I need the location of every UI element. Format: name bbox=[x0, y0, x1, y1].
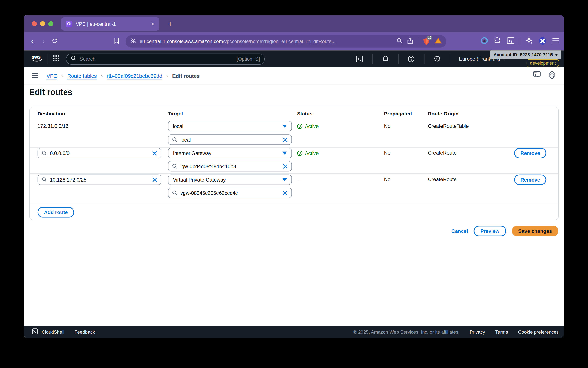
sidebar-search-icon[interactable] bbox=[507, 37, 515, 46]
zoom-out-icon[interactable] bbox=[396, 37, 403, 45]
search-placeholder: Search bbox=[79, 56, 237, 62]
clear-icon bbox=[283, 137, 288, 142]
aws-search-input[interactable]: Search [Option+S] bbox=[66, 53, 265, 65]
breadcrumb-separator: › bbox=[61, 73, 63, 79]
destination-input[interactable] bbox=[38, 148, 161, 158]
breadcrumb-vpc[interactable]: VPC bbox=[46, 73, 57, 79]
site-permissions-icon[interactable] bbox=[130, 38, 136, 45]
ai-sparkle-icon[interactable] bbox=[525, 37, 533, 46]
search-icon bbox=[172, 190, 177, 195]
aws-console-header: aws Search [Option+S] bbox=[24, 50, 564, 67]
search-icon bbox=[172, 164, 177, 169]
route-status: Active bbox=[297, 148, 319, 158]
row-divider bbox=[30, 173, 559, 174]
notifications-bell-icon[interactable] bbox=[382, 55, 389, 63]
extensions-puzzle-icon[interactable] bbox=[493, 37, 501, 46]
row-divider bbox=[30, 147, 559, 147]
cloudshell-icon[interactable] bbox=[32, 328, 38, 335]
header-divider bbox=[48, 54, 48, 64]
profile-avatar-icon[interactable] bbox=[539, 37, 547, 46]
browser-window: VPC | eu-central-1 ✕ + ‹ › eu-central-1.… bbox=[24, 15, 564, 338]
clear-icon bbox=[283, 164, 288, 169]
toolbar-divider bbox=[418, 38, 418, 45]
footer-feedback[interactable]: Feedback bbox=[75, 329, 95, 334]
breadcrumb-separator: › bbox=[166, 73, 168, 79]
search-shortcut: [Option+S] bbox=[237, 56, 260, 62]
password-manager-icon[interactable] bbox=[480, 37, 488, 46]
propagated-value: No bbox=[384, 148, 390, 158]
save-changes-button[interactable]: Save changes bbox=[512, 226, 558, 236]
header-divider bbox=[450, 54, 450, 64]
remove-route-button[interactable]: Remove bbox=[514, 175, 546, 185]
caret-down-icon bbox=[555, 54, 558, 56]
share-icon[interactable] bbox=[407, 37, 413, 46]
remove-route-button[interactable]: Remove bbox=[514, 148, 546, 158]
clear-icon bbox=[283, 190, 288, 195]
services-grid-icon[interactable] bbox=[53, 55, 60, 63]
col-header-target: Target bbox=[168, 111, 183, 116]
adblock-extension-icon[interactable]: 16 bbox=[423, 38, 430, 45]
footer-cookie-preferences[interactable]: Cookie preferences bbox=[518, 329, 559, 334]
screen: VPC | eu-central-1 ✕ + ‹ › eu-central-1.… bbox=[0, 0, 588, 368]
back-icon[interactable]: ‹ bbox=[27, 37, 38, 46]
zoom-window-button[interactable] bbox=[48, 21, 53, 26]
preview-button[interactable]: Preview bbox=[474, 226, 506, 236]
target-select[interactable]: local bbox=[168, 121, 292, 131]
aws-logo[interactable]: aws bbox=[31, 54, 44, 64]
extension-badge: 16 bbox=[427, 36, 432, 40]
menu-hamburger-icon[interactable] bbox=[552, 38, 559, 45]
target-search-input[interactable] bbox=[168, 161, 292, 171]
settings-gear-icon[interactable] bbox=[434, 55, 441, 63]
tab-bar: VPC | eu-central-1 ✕ + bbox=[24, 15, 564, 32]
col-header-propagated: Propagated bbox=[384, 111, 412, 116]
header-divider bbox=[398, 54, 399, 64]
col-header-route-origin: Route Origin bbox=[428, 111, 459, 116]
close-window-button[interactable] bbox=[32, 21, 37, 26]
breadcrumb-route-table-id[interactable]: rtb-00af09c21bebc69dd bbox=[107, 73, 162, 79]
minimize-window-button[interactable] bbox=[40, 21, 45, 26]
footer-privacy[interactable]: Privacy bbox=[470, 329, 485, 334]
amazon-q-icon[interactable] bbox=[548, 71, 556, 80]
browser-tab[interactable]: VPC | eu-central-1 ✕ bbox=[61, 17, 159, 31]
environment-badge: development bbox=[527, 59, 559, 67]
breadcrumb-route-tables[interactable]: Route tables bbox=[67, 73, 97, 79]
target-select[interactable]: Virtual Private Gateway bbox=[168, 175, 292, 185]
col-header-destination: Destination bbox=[38, 111, 65, 116]
search-icon bbox=[42, 177, 47, 182]
route-origin-value: CreateRoute bbox=[428, 175, 457, 185]
breadcrumb-bar: VPC › Route tables › rtb-00af09c21bebc69… bbox=[24, 67, 564, 85]
breadcrumb-current: Edit routes bbox=[172, 73, 200, 79]
target-search-input[interactable] bbox=[168, 187, 292, 198]
reload-icon[interactable] bbox=[49, 37, 60, 46]
help-icon[interactable] bbox=[407, 55, 415, 63]
tab-title: VPC | eu-central-1 bbox=[76, 21, 151, 27]
bookmarks-icon[interactable] bbox=[114, 37, 120, 46]
search-icon bbox=[42, 150, 47, 156]
add-route-button[interactable]: Add route bbox=[38, 207, 74, 218]
breadcrumb-separator: › bbox=[101, 73, 103, 79]
cloudshell-icon[interactable] bbox=[356, 55, 363, 63]
url-text[interactable]: eu-central-1.console.aws.amazon.com/vpcc… bbox=[139, 38, 396, 44]
cloudshell-panel-icon[interactable] bbox=[533, 71, 541, 80]
target-select[interactable]: Internet Gateway bbox=[168, 148, 292, 158]
propagated-value: No bbox=[384, 121, 390, 131]
account-id-overlay[interactable]: Account ID: 5228-1470-7115 bbox=[490, 50, 561, 59]
triangle-extension-icon[interactable] bbox=[435, 37, 442, 45]
target-search-input[interactable] bbox=[168, 134, 292, 145]
footer-terms[interactable]: Terms bbox=[495, 329, 508, 334]
footer-cloudshell[interactable]: CloudShell bbox=[42, 329, 64, 334]
route-origin-value: CreateRoute bbox=[428, 148, 457, 158]
header-divider bbox=[372, 54, 373, 64]
cancel-button[interactable]: Cancel bbox=[452, 228, 468, 234]
destination-input[interactable] bbox=[38, 175, 161, 185]
route-status: – bbox=[298, 175, 301, 185]
destination-value: 172.31.0.0/16 bbox=[38, 121, 68, 131]
side-menu-hamburger-icon[interactable] bbox=[32, 73, 38, 79]
form-actions: Cancel Preview Save changes bbox=[452, 226, 559, 236]
svg-text:aws: aws bbox=[32, 54, 41, 60]
new-tab-button[interactable]: + bbox=[165, 18, 176, 30]
routes-editor-card: Destination Target Status Propagated Rou… bbox=[29, 107, 559, 220]
forward-icon[interactable]: › bbox=[38, 37, 49, 46]
url-bar[interactable]: eu-central-1.console.aws.amazon.com/vpcc… bbox=[126, 35, 446, 48]
tab-close-icon[interactable]: ✕ bbox=[151, 21, 155, 27]
